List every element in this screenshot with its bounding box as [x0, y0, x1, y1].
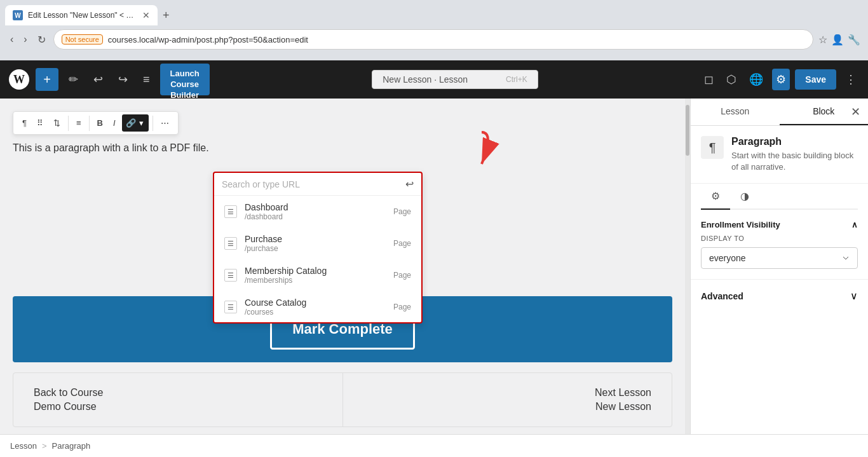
- link-chevron-icon[interactable]: ▾: [138, 117, 145, 129]
- page-icon-2: ☰: [224, 237, 237, 250]
- edit-button[interactable]: ✏: [64, 67, 83, 92]
- align-icon: ≡: [76, 118, 81, 128]
- enrollment-visibility-title: Enrollment Visibility ∧: [701, 220, 858, 229]
- redo-button[interactable]: ↪: [113, 67, 133, 92]
- view-button[interactable]: ◻: [700, 69, 717, 90]
- status-paragraph[interactable]: Paragraph: [52, 441, 91, 451]
- link-item-type-2: Page: [393, 239, 411, 248]
- block-toolbar: ¶ ⠿ ⇅ ≡ B: [13, 111, 179, 135]
- link-item-title-3: Membership Catalog: [245, 266, 386, 276]
- link-icon: 🔗: [126, 118, 136, 128]
- globe-button[interactable]: 🌐: [745, 69, 767, 90]
- active-tab[interactable]: W Edit Lesson "New Lesson" < cou... ✕: [5, 5, 158, 25]
- scrollbar-thumb[interactable]: [686, 105, 689, 156]
- link-popover: ↩ ☰ Dashboard /dashboard Page: [213, 172, 423, 324]
- list-view-button[interactable]: ≡: [138, 68, 155, 92]
- submit-icon: ↩: [405, 179, 414, 189]
- link-item-type-4: Page: [393, 303, 411, 311]
- breadcrumb-separator: >: [42, 441, 47, 451]
- block-description: Start with the basic building block of a…: [731, 150, 858, 173]
- status-bar: Lesson > Paragraph: [0, 434, 868, 457]
- add-block-button[interactable]: +: [36, 68, 58, 91]
- page-icon: ☰: [224, 205, 237, 218]
- chevron-down-icon: ∨: [850, 290, 858, 302]
- keyboard-shortcut: Ctrl+K: [506, 75, 527, 84]
- tab-close-icon[interactable]: ✕: [142, 10, 150, 20]
- bookmark-icon[interactable]: ☆: [818, 34, 827, 46]
- more-options-button[interactable]: ⋮: [841, 69, 860, 90]
- style-tab-contrast[interactable]: ◑: [730, 184, 759, 208]
- display-to-select[interactable]: everyone enrolled not enrolled logged in…: [701, 247, 858, 269]
- arrows-icon: ⇅: [53, 118, 60, 128]
- external-link-button[interactable]: ⬡: [722, 69, 740, 90]
- bold-icon: B: [97, 118, 103, 128]
- more-options-block-button[interactable]: ⋯: [157, 116, 173, 130]
- link-item-membership[interactable]: ☰ Membership Catalog /memberships Page: [214, 259, 421, 291]
- plus-icon: +: [43, 72, 51, 87]
- not-secure-label: Not secure: [62, 34, 103, 44]
- link-item-url-4: /courses: [245, 308, 386, 317]
- sidebar-close-button[interactable]: ✕: [851, 105, 860, 119]
- address-url: courses.local/wp-admin/post.php?post=50&…: [108, 35, 805, 44]
- style-tabs: ⚙ ◑: [701, 184, 858, 210]
- link-item-course-catalog[interactable]: ☰ Course Catalog /courses Page: [214, 291, 421, 322]
- page-icon-3: ☰: [224, 269, 237, 282]
- launch-course-builder-button[interactable]: Launch Course Builder: [160, 64, 210, 95]
- move-button[interactable]: ⇅: [50, 116, 64, 130]
- post-title-bar: New Lesson · Lesson Ctrl+K: [372, 70, 538, 89]
- style-tab-settings[interactable]: ⚙: [701, 184, 730, 210]
- divider-2: [89, 116, 90, 131]
- italic-icon: I: [113, 118, 116, 128]
- wp-logo[interactable]: W: [8, 68, 31, 91]
- new-tab-button[interactable]: +: [158, 6, 175, 25]
- extensions-icon[interactable]: 🔧: [848, 34, 860, 46]
- sidebar-tabs: Lesson Block ✕: [691, 99, 868, 126]
- profile-icon[interactable]: 👤: [831, 34, 844, 46]
- settings-button[interactable]: ⚙: [772, 69, 790, 90]
- align-button[interactable]: ≡: [72, 116, 85, 130]
- navigation-block: Back to Course Demo Course Next Lesson N…: [13, 372, 672, 428]
- link-item-type: Page: [393, 207, 411, 216]
- block-info-header: ¶ Paragraph Start with the basic buildin…: [691, 126, 868, 184]
- editor-sidebar: Lesson Block ✕ ¶ Paragraph Start with th…: [690, 99, 868, 434]
- undo-button[interactable]: ↩: [88, 67, 108, 92]
- post-title: New Lesson · Lesson: [383, 74, 468, 85]
- link-item-purchase[interactable]: ☰ Purchase /purchase Page: [214, 228, 421, 259]
- back-to-course: Back to Course Demo Course: [13, 373, 343, 427]
- chevron-up-icon: ∧: [851, 220, 858, 229]
- advanced-section[interactable]: Advanced ∨: [691, 279, 868, 312]
- link-button[interactable]: 🔗 ▾: [122, 114, 149, 132]
- forward-button[interactable]: ›: [21, 31, 29, 48]
- advanced-label: Advanced: [701, 291, 743, 301]
- drag-handle-button[interactable]: ⠿: [33, 116, 47, 130]
- bold-button[interactable]: B: [93, 116, 107, 130]
- link-submit-button[interactable]: ↩: [405, 178, 414, 190]
- link-dropdown: ☰ Dashboard /dashboard Page ☰ Purchase: [214, 195, 421, 322]
- drag-icon: ⠿: [37, 118, 43, 128]
- next-lesson: Next Lesson New Lesson: [343, 373, 672, 427]
- link-search-input[interactable]: [222, 179, 400, 189]
- tab-lesson[interactable]: Lesson: [691, 99, 780, 125]
- paragraph-block[interactable]: This is a paragraph with a link to a PDF…: [13, 140, 672, 156]
- link-item-url-3: /memberships: [245, 276, 386, 285]
- save-button[interactable]: Save: [795, 69, 836, 90]
- block-icon: ¶: [701, 136, 724, 159]
- reload-button[interactable]: ↻: [35, 31, 48, 48]
- italic-button[interactable]: I: [109, 116, 119, 130]
- back-button[interactable]: ‹: [8, 31, 16, 48]
- link-item-url-2: /purchase: [245, 244, 386, 253]
- vertical-scrollbar[interactable]: [685, 99, 690, 434]
- status-lesson[interactable]: Lesson: [10, 441, 37, 451]
- enrollment-visibility-section: Enrollment Visibility ∧ DISPLAY TO every…: [691, 210, 868, 279]
- divider-1: [68, 116, 69, 131]
- address-bar: Not secure courses.local/wp-admin/post.p…: [53, 29, 813, 50]
- tab-title: Edit Lesson "New Lesson" < cou...: [28, 11, 137, 20]
- display-to-label: DISPLAY TO: [701, 235, 858, 242]
- paragraph-type-button[interactable]: ¶: [18, 116, 31, 130]
- tab-favicon: W: [13, 10, 23, 20]
- page-icon-4: ☰: [224, 301, 237, 313]
- link-item-title: Dashboard: [245, 202, 386, 212]
- more-icon: ⋯: [161, 118, 169, 128]
- link-item-dashboard[interactable]: ☰ Dashboard /dashboard Page: [214, 196, 421, 228]
- link-item-title-4: Course Catalog: [245, 297, 386, 308]
